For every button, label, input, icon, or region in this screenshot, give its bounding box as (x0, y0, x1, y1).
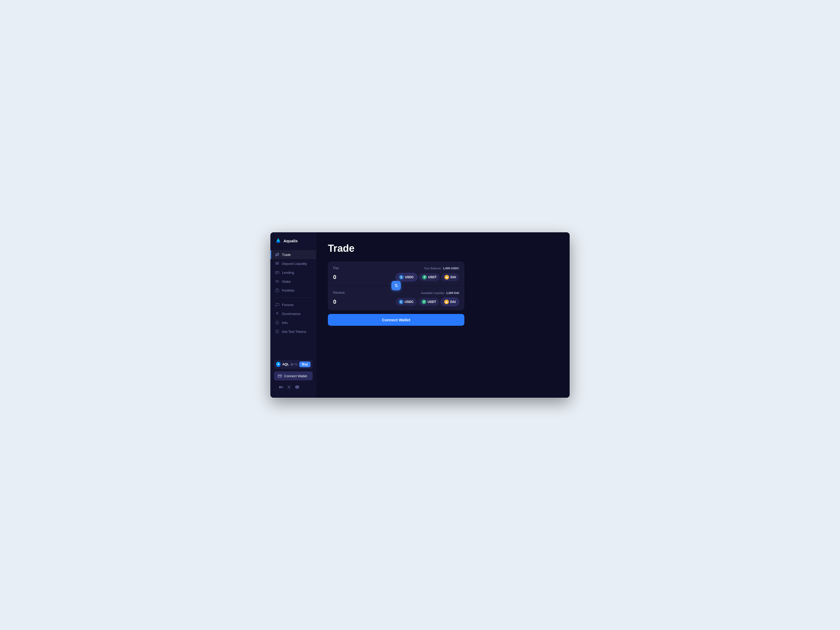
trade-icon (275, 253, 279, 257)
lending-label: Lending (282, 271, 294, 275)
svg-rect-2 (276, 262, 279, 263)
svg-point-18 (279, 386, 281, 388)
info-icon (275, 321, 279, 325)
receive-dai-button[interactable]: ◈ DAI (441, 298, 459, 306)
aqualis-logo-icon (275, 238, 281, 244)
sidebar-connect-wallet-button[interactable]: Connect Wallet (274, 371, 313, 381)
app-name: Aqualis (284, 238, 298, 243)
receive-input-row: 0 $ USDC ₮ USDT ◈ DAI (333, 298, 459, 306)
receive-usdc-icon: $ (399, 300, 403, 304)
svg-rect-16 (278, 375, 282, 377)
main-connect-wallet-button[interactable]: Connect Wallet (328, 314, 464, 326)
pay-input-row: 0 $ USDC ₮ USDT ◈ DAI (333, 273, 459, 281)
medium-icon[interactable] (279, 385, 283, 389)
receive-label: Receive: (333, 291, 346, 295)
usdc-icon: $ (399, 275, 404, 279)
svg-point-20 (283, 387, 283, 388)
trade-label: Trade (282, 253, 291, 257)
receive-usdc-label: USDC (405, 300, 414, 304)
liquidity-value: 1,000 DAI (446, 291, 459, 295)
usdt-icon: ₮ (422, 275, 427, 279)
sidebar: Aqualis Trade (270, 232, 316, 398)
discord-icon[interactable] (295, 385, 299, 389)
pay-usdt-label: USDT (428, 275, 437, 279)
sidebar-item-forums[interactable]: Forums (270, 300, 316, 309)
deposit-icon (275, 261, 279, 266)
portfolio-icon (275, 288, 279, 292)
sidebar-item-stake[interactable]: Stake (270, 277, 316, 286)
aql-token-price: $0.71 (291, 363, 298, 366)
main-content: Trade Pay: Your Balance: 1,000 USDC 0 $ (316, 232, 570, 398)
svg-point-19 (281, 386, 282, 388)
twitter-icon[interactable] (287, 385, 291, 389)
pay-usdc-label: USDC (405, 275, 414, 279)
buy-button[interactable]: Buy (299, 362, 311, 367)
pay-usdc-button[interactable]: $ USDC (396, 273, 417, 281)
aql-price-bar: AQL $0.71 Buy (274, 360, 313, 369)
liquidity-label: Available Liquidity: (421, 291, 445, 295)
receive-usdt-button[interactable]: ₮ USDT (418, 298, 439, 306)
pay-dai-label: DAI (450, 275, 456, 279)
sidebar-item-get-test-tokens[interactable]: Get Test Tokens (270, 327, 316, 336)
svg-rect-8 (276, 289, 279, 292)
sidebar-item-lending[interactable]: Lending (270, 268, 316, 277)
pay-label: Pay: (333, 266, 339, 270)
stake-label: Stake (282, 279, 291, 284)
balance-label: Your Balance: (424, 267, 442, 270)
svg-point-17 (281, 376, 281, 377)
lending-icon (275, 270, 279, 275)
sidebar-item-portfolio[interactable]: Portfolio (270, 286, 316, 295)
receive-token-group: $ USDC ₮ USDT ◈ DAI (396, 298, 459, 306)
sidebar-item-deposit-liquidity[interactable]: Deposit Liquidity (270, 259, 316, 268)
svg-marker-15 (278, 363, 279, 365)
nav-divider (275, 297, 312, 298)
stake-icon (275, 279, 279, 284)
test-tokens-icon (275, 330, 279, 334)
social-links (274, 383, 313, 389)
pay-token-group: $ USDC ₮ USDT ◈ DAI (396, 273, 459, 281)
app-window: Aqualis Trade (270, 232, 570, 398)
portfolio-label: Portfolio (282, 289, 295, 292)
logo-area: Aqualis (270, 238, 316, 250)
pay-dai-button[interactable]: ◈ DAI (441, 273, 459, 281)
governance-label: Governance (282, 312, 300, 316)
sidebar-item-governance[interactable]: Governance (270, 309, 316, 318)
receive-dai-label: DAI (450, 300, 456, 304)
info-label: Info (282, 321, 288, 325)
svg-rect-5 (275, 272, 279, 274)
sidebar-item-trade[interactable]: Trade (270, 250, 316, 259)
aql-token-icon (276, 362, 281, 367)
wallet-icon (278, 374, 282, 378)
receive-usdt-icon: ₮ (422, 300, 426, 304)
forums-label: Forums (282, 303, 294, 307)
pay-usdt-button[interactable]: ₮ USDT (419, 273, 440, 281)
page-title: Trade (328, 243, 558, 254)
receive-amount: 0 (333, 298, 336, 305)
balance-value: 1,000 USDC (443, 267, 459, 270)
receive-usdc-button[interactable]: $ USDC (396, 298, 417, 306)
receive-header: Receive: Available Liquidity: 1,000 DAI (333, 291, 459, 295)
svg-rect-3 (276, 264, 279, 264)
liquidity-display: Available Liquidity: 1,000 DAI (421, 291, 459, 295)
get-test-tokens-label: Get Test Tokens (282, 330, 306, 334)
pay-header: Pay: Your Balance: 1,000 USDC (333, 266, 459, 270)
balance-display: Your Balance: 1,000 USDC (424, 266, 459, 270)
deposit-label: Deposit Liquidity (282, 262, 307, 266)
svg-point-7 (276, 280, 278, 281)
svg-rect-12 (276, 330, 278, 333)
receive-usdt-label: USDT (428, 300, 436, 304)
forums-icon (275, 303, 279, 307)
sidebar-bottom: AQL $0.71 Buy Connect Wallet (270, 357, 316, 392)
dai-icon: ◈ (444, 275, 449, 279)
receive-dai-icon: ◈ (444, 300, 449, 304)
aql-token-name: AQL (282, 363, 289, 366)
swap-direction-button[interactable]: ⇅ (392, 281, 401, 291)
trade-panel: Pay: Your Balance: 1,000 USDC 0 $ USDC (328, 261, 464, 310)
sidebar-connect-wallet-label: Connect Wallet (284, 374, 307, 378)
governance-icon (275, 312, 279, 316)
nav-main-section: Trade Deposit Liquidity (270, 250, 316, 357)
sidebar-item-info[interactable]: Info (270, 318, 316, 327)
pay-amount: 0 (333, 274, 336, 281)
